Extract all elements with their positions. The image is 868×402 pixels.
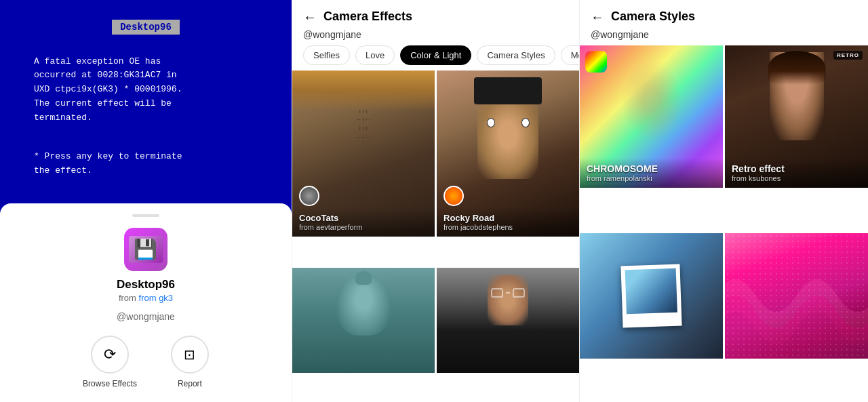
camera-effects-title: Camera Effects xyxy=(323,9,412,24)
style-cell-chromosome[interactable]: CHROMOSOME from ramenpolanski xyxy=(580,45,723,188)
browse-effects-button[interactable]: ⟳ Browse Effects xyxy=(83,336,137,388)
effect-cell-cocotats[interactable]: ⌇⌇⌇⋯⌇⋯⌇⌇⌇⋯⌇⋯ CocoTats from aevtarperform xyxy=(292,71,435,237)
effect-creator-bottom: from from gk3 xyxy=(119,293,173,303)
rocky-road-name: Rocky Road xyxy=(443,213,572,223)
chromosome-name: CHROMOSOME xyxy=(587,163,716,174)
camera-effects-username: @wongmjane xyxy=(292,29,579,45)
effect-icon-inner: 💾 xyxy=(129,236,163,263)
cocotats-creator: from aevtarperform xyxy=(299,223,428,231)
report-label: Report xyxy=(178,379,202,388)
effect-cell-rocky-road[interactable]: Rocky Road from jacobdstephens xyxy=(437,71,579,237)
bsod-text: A fatal exception OE hasoccurred at 0028… xyxy=(20,55,271,184)
styles-grid: CHROMOSOME from ramenpolanski RETRO Retr… xyxy=(580,45,868,402)
chromosome-info: CHROMOSOME from ramenpolanski xyxy=(580,158,723,188)
username-tag: @wongmjane xyxy=(117,311,175,322)
cocotats-avatar xyxy=(299,186,319,206)
camera-styles-username: @wongmjane xyxy=(580,29,868,45)
camera-styles-header: ← Camera Styles xyxy=(580,0,868,29)
style-cell-london[interactable] xyxy=(580,233,723,359)
retro-creator: from ksubones xyxy=(732,174,861,182)
right-panel: ← Camera Styles @wongmjane CHROMOSO xyxy=(579,0,868,402)
chromosome-creator: from ramenpolanski xyxy=(587,174,716,182)
chromosome-icon xyxy=(585,51,607,73)
browse-effects-icon: ⟳ xyxy=(104,346,116,363)
browse-effects-label: Browse Effects xyxy=(83,379,137,388)
chromosome-badge xyxy=(585,51,607,73)
tab-camera-styles[interactable]: Camera Styles xyxy=(477,45,555,65)
rocky-road-avatar xyxy=(443,186,464,206)
bsod-title: Desktop96 xyxy=(112,20,180,35)
back-arrow-styles[interactable]: ← xyxy=(591,10,604,24)
bsod-area: Desktop96 A fatal exception OE hasoccurr… xyxy=(0,0,292,203)
cocotats-name: CocoTats xyxy=(299,213,428,223)
effects-grid: ⌇⌇⌇⋯⌇⋯⌇⌇⌇⋯⌇⋯ CocoTats from aevtarperform xyxy=(292,71,579,402)
bottom-sheet: 💾 Desktop96 from from gk3 @wongmjane ⟳ B… xyxy=(0,203,292,402)
floppy-icon: 💾 xyxy=(134,238,157,260)
camera-effects-header: ← Camera Effects xyxy=(292,0,579,29)
effect-name-bottom: Desktop96 xyxy=(117,278,175,292)
left-panel: Desktop96 A fatal exception OE hasoccurr… xyxy=(0,0,292,402)
report-icon: ⊡ xyxy=(184,346,195,363)
camera-styles-title: Camera Styles xyxy=(611,9,695,24)
rocky-road-info: Rocky Road from jacobdstephens xyxy=(437,207,579,237)
retro-info: Retro effect from ksubones xyxy=(725,158,868,188)
effect-card-bottom: 💾 Desktop96 from from gk3 xyxy=(117,228,175,303)
browse-effects-icon-circle: ⟳ xyxy=(91,336,129,374)
action-buttons: ⟳ Browse Effects ⊡ Report xyxy=(14,336,278,388)
report-icon-circle: ⊡ xyxy=(171,336,209,374)
tab-love[interactable]: Love xyxy=(355,45,395,65)
effect-cell-glasses[interactable] xyxy=(437,268,579,373)
retro-name: Retro effect xyxy=(732,163,861,174)
effect-cell-buddha[interactable] xyxy=(292,268,435,373)
style-cell-pink-wave[interactable] xyxy=(725,233,868,359)
back-arrow-effects[interactable]: ← xyxy=(303,10,317,24)
tab-selfies[interactable]: Selfies xyxy=(303,45,350,65)
cocotats-info: CocoTats from aevtarperform xyxy=(292,207,435,237)
retro-badge: RETRO xyxy=(833,51,863,60)
tab-mood[interactable]: Mood xyxy=(561,45,579,65)
effect-icon-large: 💾 xyxy=(124,228,167,271)
bottom-sheet-handle xyxy=(132,214,159,217)
report-button[interactable]: ⊡ Report xyxy=(171,336,209,388)
middle-panel: ← Camera Effects @wongmjane Selfies Love… xyxy=(292,0,579,402)
camera-effects-tabs: Selfies Love Color & Light Camera Styles… xyxy=(292,45,579,65)
rocky-road-creator: from jacobdstephens xyxy=(443,223,572,231)
effect-creator-link[interactable]: from gk3 xyxy=(139,293,174,303)
style-cell-retro[interactable]: RETRO Retro effect from ksubones xyxy=(725,45,868,188)
tab-color-light[interactable]: Color & Light xyxy=(400,45,471,65)
